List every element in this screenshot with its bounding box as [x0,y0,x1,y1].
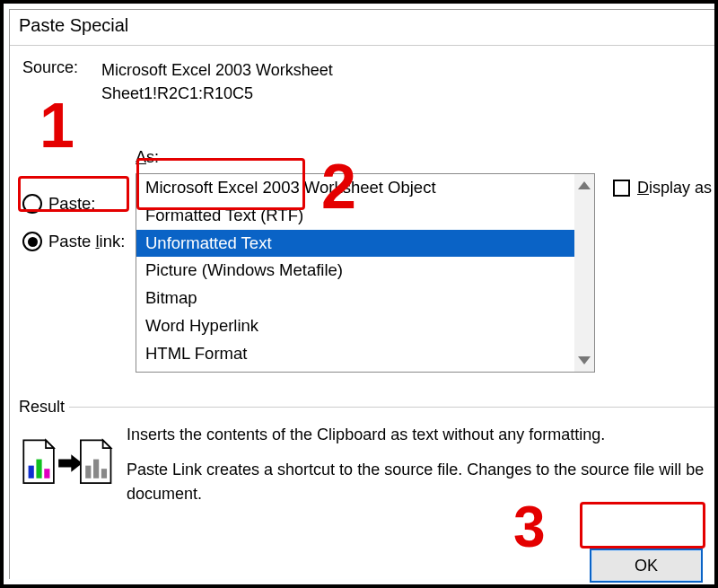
listbox-item[interactable]: Formatted Text (RTF) [136,202,574,230]
listbox-item[interactable]: Unformatted Text [136,230,574,258]
as-label-ul: A [136,148,146,166]
checkbox-icon [613,180,630,197]
listbox-item[interactable]: Word Hyperlink [136,312,574,340]
result-body: Inserts the contents of the Clipboard as… [19,419,713,517]
listbox-scrollbar[interactable] [574,174,594,372]
paste-link-result-icon [19,432,114,495]
source-row: Source: Microsoft Excel 2003 Worksheet S… [19,55,707,105]
svg-rect-4 [44,469,49,478]
listbox-item[interactable]: Picture (Windows Metafile) [136,257,574,285]
as-label: As: [136,148,159,167]
result-text-1: Inserts the contents of the Clipboard as… [127,423,713,447]
result-group-label: Result [19,398,65,417]
listbox-item[interactable]: Microsoft Excel 2003 Worksheet Object [136,174,574,202]
paste-special-dialog: Paste Special Source: Microsoft Excel 20… [9,9,716,579]
result-divider [69,407,716,408]
listbox-item[interactable]: Unformatted Unicode Text [136,368,574,373]
svg-rect-10 [101,469,107,478]
result-text-2: Paste Link creates a shortcut to the sou… [127,458,713,506]
svg-marker-1 [46,440,54,448]
radio-paste-label: Paste: [48,194,95,214]
svg-marker-5 [58,454,82,471]
radio-paste-link-label: Paste link: [48,232,125,251]
svg-rect-9 [93,460,99,478]
result-text: Inserts the contents of the Clipboard as… [127,419,713,517]
svg-rect-3 [36,460,41,478]
radio-icon [22,194,42,214]
dialog-title: Paste Special [10,10,716,46]
display-as-icon-checkbox[interactable]: Display as ico [613,179,718,197]
listbox-item[interactable]: HTML Format [136,340,574,368]
svg-rect-2 [29,466,34,478]
ok-button[interactable]: OK [590,549,703,583]
radio-paste-link[interactable]: Paste link: [22,223,139,260]
svg-rect-8 [85,466,91,478]
listbox-item[interactable]: Bitmap [136,285,574,312]
scroll-down-icon[interactable] [578,356,591,364]
display-as-icon-label: Display as ico [637,179,718,197]
source-values: Microsoft Excel 2003 Worksheet Sheet1!R2… [101,58,333,105]
source-value-1: Microsoft Excel 2003 Worksheet [101,58,333,82]
paste-mode-radios: Paste: Paste link: [22,185,139,260]
source-label: Source: [22,58,87,105]
listbox-items: Microsoft Excel 2003 Worksheet ObjectFor… [136,174,574,372]
dialog-body: Source: Microsoft Excel 2003 Worksheet S… [10,46,716,105]
as-listbox[interactable]: Microsoft Excel 2003 Worksheet ObjectFor… [136,173,595,373]
source-value-2: Sheet1!R2C1:R10C5 [101,82,333,105]
scroll-up-icon[interactable] [578,181,591,189]
radio-paste[interactable]: Paste: [22,185,139,223]
paste-special-screenshot: Paste Special Source: Microsoft Excel 20… [0,0,718,588]
as-label-rest: s: [146,148,159,166]
svg-marker-7 [103,440,111,448]
radio-icon [22,232,42,251]
